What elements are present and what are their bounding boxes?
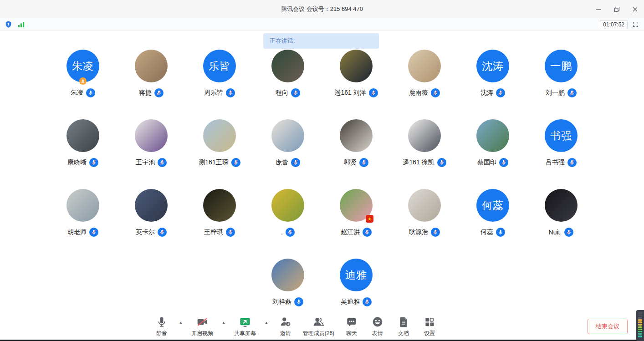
mic-status-icon (154, 88, 164, 97)
chat-button[interactable]: 聊天 (343, 316, 360, 337)
audio-level-meter (636, 310, 644, 341)
chat-bubble-icon (346, 316, 358, 328)
participant-tile[interactable]: ★ 鹿雨薇 (390, 50, 459, 97)
participant-tile[interactable]: 乐皆 ★ 周乐皆 (185, 50, 254, 97)
restore-icon[interactable] (613, 5, 620, 13)
participant-tile[interactable]: 书强 ★ 吕书强 (527, 119, 595, 167)
share-screen-button[interactable]: 共享屏幕 (234, 316, 256, 337)
participant-name: 遥161 刘洋 (334, 89, 366, 97)
participant-tile[interactable]: 沈涛 ★ 沈涛 (459, 50, 527, 97)
participant-tile[interactable]: ★ 蔡国印 (459, 119, 527, 167)
documents-button[interactable]: 文档 (395, 316, 412, 337)
meeting-main-area: 正在讲话: 朱凌 ★ 朱凌 (0, 31, 644, 314)
participant-name: 康晓晰 (67, 158, 87, 167)
fullscreen-icon[interactable] (632, 21, 639, 28)
avatar: 书强 ★ (545, 119, 578, 152)
participant-tile[interactable]: ★ 郭贤 (322, 119, 390, 167)
participant-tile[interactable]: ★ Nuit. (527, 189, 595, 237)
participant-tile[interactable]: ★ 测161王琛 (185, 119, 254, 167)
participant-tile[interactable]: 朱凌 ★ 朱凌 (49, 50, 117, 97)
mic-status-icon (226, 88, 235, 97)
participant-name: 刘一鹏 (546, 89, 565, 97)
mic-status-icon (89, 158, 98, 167)
participant-tile[interactable]: ★ 王宇池 (117, 119, 185, 167)
bottom-toolbar: 静音 ▲ 开启视频 ▲ 共享屏幕 ▲ (0, 314, 644, 341)
emoji-button[interactable]: 表情 (369, 316, 386, 337)
avatar: 一鹏 ★ (545, 50, 578, 82)
close-icon[interactable] (631, 5, 639, 13)
mic-status-icon (291, 88, 300, 97)
video-options-chevron-icon[interactable]: ▲ (222, 321, 225, 325)
participant-name: 朱凌 (71, 89, 83, 97)
share-screen-label: 共享屏幕 (234, 330, 256, 337)
mic-status-icon (363, 297, 372, 306)
participant-tile[interactable]: ★ 王梓琪 (185, 189, 254, 237)
participant-tile[interactable]: ★ 程向 (254, 50, 322, 97)
mic-status-icon (564, 228, 573, 237)
participant-name: 英卡尔 (136, 228, 155, 236)
participant-name: 周乐皆 (204, 89, 223, 97)
mic-status-icon (363, 228, 372, 237)
manage-members-label: 管理成员(26) (303, 330, 334, 337)
avatar: ★ (135, 119, 168, 152)
avatar-initials: 迪雅 (345, 268, 367, 282)
participant-tile[interactable]: ★ 赵江洪 (322, 189, 390, 237)
end-meeting-button[interactable]: 结束会议 (588, 319, 628, 334)
mic-status-icon (226, 228, 235, 237)
mute-button[interactable]: 静音 (153, 316, 170, 337)
network-signal-icon[interactable] (18, 21, 25, 28)
members-icon (312, 316, 324, 328)
participant-name: 沈涛 (480, 89, 493, 97)
participant-name: . (281, 229, 283, 236)
participant-tile[interactable]: ★ 庞蕾 (254, 119, 322, 167)
minimize-icon[interactable] (595, 5, 602, 13)
participant-tile[interactable]: 一鹏 ★ 刘一鹏 (527, 50, 595, 97)
avatar: ★ (408, 119, 441, 152)
mic-status-icon (286, 228, 295, 237)
speaking-banner: 正在讲话: (263, 33, 379, 49)
avatar: ★ (271, 189, 304, 222)
avatar: ★ (545, 189, 578, 222)
avatar: ★ (408, 189, 441, 222)
start-video-button[interactable]: 开启视频 (191, 316, 213, 337)
participant-tile[interactable]: ★ 耿源浩 (390, 189, 459, 237)
manage-members-button[interactable]: 管理成员(26) (303, 316, 334, 337)
mic-status-icon (231, 158, 240, 167)
mic-status-icon (158, 228, 167, 237)
flag-badge-icon: ★ (366, 215, 373, 223)
avatar: ★ (135, 189, 168, 222)
participant-tile[interactable]: ★ 遥161 徐凯 (390, 119, 459, 167)
participant-tile[interactable]: 迪雅 ★ 吴迪雅 (322, 259, 390, 306)
participant-tile[interactable]: ★ 蒋捷 (117, 50, 185, 97)
participant-tile[interactable]: ★ 遥161 刘洋 (322, 50, 390, 97)
participant-tile[interactable]: 何蕊 ★ 何蕊 (459, 189, 527, 237)
participant-name: 吴迪雅 (341, 298, 360, 306)
host-badge-icon (79, 77, 87, 85)
share-options-chevron-icon[interactable]: ▲ (265, 321, 268, 325)
status-bar: 01:07:52 (0, 18, 644, 31)
participant-name: 测161王琛 (199, 158, 228, 167)
participant-name: 王梓琪 (204, 228, 223, 236)
avatar: ★ (203, 119, 236, 152)
participant-row: ★ 胡老师 ★ 英卡尔 (49, 189, 595, 237)
avatar-initials: 朱凌 (72, 59, 94, 73)
meeting-timer: 01:07:52 (600, 20, 628, 29)
participant-tile[interactable]: ★ 刘祥磊 (254, 259, 322, 306)
avatar: ★ (271, 259, 304, 291)
mic-options-chevron-icon[interactable]: ▲ (179, 321, 183, 325)
participant-tile[interactable]: ★ 英卡尔 (117, 189, 185, 237)
invite-button[interactable]: 邀请 (277, 316, 294, 337)
participant-name: 鹿雨薇 (409, 89, 428, 97)
mic-status-icon (369, 88, 378, 97)
participant-tile[interactable]: ★ 胡老师 (49, 189, 117, 237)
mic-status-icon (291, 158, 300, 167)
invite-label: 邀请 (280, 330, 291, 337)
participant-tile[interactable]: ★ . (254, 189, 322, 237)
participant-tile[interactable]: ★ 康晓晰 (49, 119, 117, 167)
participant-name: 胡老师 (67, 228, 87, 236)
security-shield-icon[interactable] (5, 20, 12, 28)
window-controls (595, 0, 639, 18)
settings-button[interactable]: 设置 (421, 316, 438, 337)
avatar: ★ (66, 119, 99, 152)
participant-name: 王宇池 (136, 158, 155, 167)
